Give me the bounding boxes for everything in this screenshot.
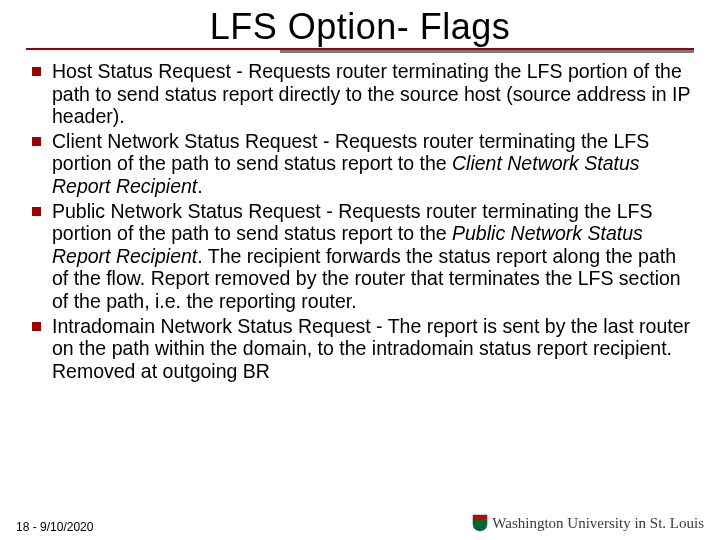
bullet-icon	[32, 322, 41, 331]
logo-text-content: Washington University in St. Louis	[492, 515, 704, 531]
footer-date: 9/10/2020	[40, 520, 93, 534]
body: Host Status Request - Requests router te…	[0, 54, 720, 383]
term: Intradomain Network Status Request	[52, 315, 371, 337]
university-logo: Washington University in St. Louis	[472, 512, 704, 534]
logo-text: Washington University in St. Louis	[492, 515, 704, 532]
rule-gray	[280, 50, 694, 53]
bullet-icon	[32, 207, 41, 216]
shield-icon	[472, 514, 488, 532]
bullet-icon	[32, 137, 41, 146]
list-item: Intradomain Network Status Request - The…	[32, 315, 692, 383]
page-title: LFS Option- Flags	[0, 0, 720, 48]
term: Client Network Status Request	[52, 130, 318, 152]
footer: 18 - 9/10/2020	[16, 520, 93, 534]
footer-separator: -	[29, 520, 40, 534]
page-number: 18	[16, 520, 29, 534]
item-text-after: .	[197, 175, 202, 197]
bullet-icon	[32, 67, 41, 76]
list-item: Client Network Status Request - Requests…	[32, 130, 692, 198]
title-rule	[0, 48, 720, 54]
term: Public Network Status Request	[52, 200, 321, 222]
list-item: Host Status Request - Requests router te…	[32, 60, 692, 128]
slide: LFS Option- Flags Host Status Request - …	[0, 0, 720, 540]
term: Host Status Request	[52, 60, 231, 82]
list-item: Public Network Status Request - Requests…	[32, 200, 692, 313]
